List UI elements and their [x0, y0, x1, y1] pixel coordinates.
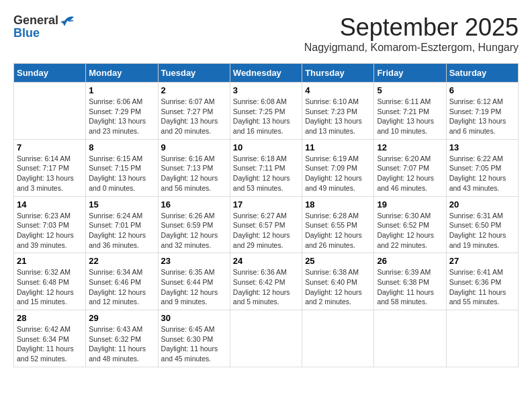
day-number: 10	[233, 142, 299, 152]
calendar-cell: 22Sunrise: 6:34 AMSunset: 6:46 PMDayligh…	[86, 253, 158, 310]
header-day-friday: Friday	[374, 64, 446, 83]
day-info: Sunrise: 6:20 AMSunset: 7:07 PMDaylight:…	[377, 154, 443, 193]
logo-blue-text: Blue	[13, 26, 40, 40]
day-info: Sunrise: 6:34 AMSunset: 6:46 PMDaylight:…	[89, 267, 154, 307]
calendar-cell: 17Sunrise: 6:27 AMSunset: 6:57 PMDayligh…	[230, 196, 302, 253]
calendar-cell: 2Sunrise: 6:07 AMSunset: 7:27 PMDaylight…	[158, 83, 230, 140]
day-number: 7	[17, 142, 83, 152]
header-day-saturday: Saturday	[446, 64, 518, 83]
month-title: September 2025	[304, 13, 519, 42]
day-number: 26	[377, 256, 443, 266]
day-number: 14	[17, 199, 83, 210]
day-number: 5	[377, 85, 443, 95]
calendar-cell	[302, 310, 374, 367]
calendar-cell	[14, 83, 86, 140]
calendar-cell: 10Sunrise: 6:18 AMSunset: 7:11 PMDayligh…	[230, 139, 302, 196]
header-day-wednesday: Wednesday	[230, 64, 302, 83]
week-row-5: 28Sunrise: 6:42 AMSunset: 6:34 PMDayligh…	[14, 310, 519, 367]
day-number: 15	[89, 199, 154, 210]
day-number: 18	[305, 199, 371, 210]
calendar-cell: 20Sunrise: 6:31 AMSunset: 6:50 PMDayligh…	[446, 196, 518, 253]
header-day-monday: Monday	[86, 64, 158, 83]
day-number: 17	[233, 199, 299, 210]
day-info: Sunrise: 6:12 AMSunset: 7:19 PMDaylight:…	[449, 97, 515, 136]
week-row-3: 14Sunrise: 6:23 AMSunset: 7:03 PMDayligh…	[14, 196, 519, 253]
day-info: Sunrise: 6:08 AMSunset: 7:25 PMDaylight:…	[233, 97, 299, 136]
calendar-cell: 7Sunrise: 6:14 AMSunset: 7:17 PMDaylight…	[14, 139, 86, 196]
day-info: Sunrise: 6:41 AMSunset: 6:36 PMDaylight:…	[449, 267, 515, 307]
week-row-4: 21Sunrise: 6:32 AMSunset: 6:48 PMDayligh…	[14, 253, 519, 310]
page-header: General Blue September 2025 Nagyigmand, …	[13, 13, 519, 60]
day-number: 3	[233, 85, 299, 95]
calendar-cell: 6Sunrise: 6:12 AMSunset: 7:19 PMDaylight…	[446, 83, 518, 140]
calendar-cell: 8Sunrise: 6:15 AMSunset: 7:15 PMDaylight…	[86, 139, 158, 196]
day-number: 24	[233, 256, 299, 266]
header-day-sunday: Sunday	[14, 64, 86, 83]
day-number: 27	[449, 256, 515, 266]
day-info: Sunrise: 6:14 AMSunset: 7:17 PMDaylight:…	[17, 154, 83, 193]
calendar-cell: 12Sunrise: 6:20 AMSunset: 7:07 PMDayligh…	[374, 139, 446, 196]
day-info: Sunrise: 6:45 AMSunset: 6:30 PMDaylight:…	[161, 324, 227, 364]
day-number: 4	[305, 85, 371, 95]
week-row-1: 1Sunrise: 6:06 AMSunset: 7:29 PMDaylight…	[14, 83, 519, 140]
header-day-tuesday: Tuesday	[158, 64, 230, 83]
day-number: 23	[161, 256, 227, 266]
day-number: 29	[89, 313, 154, 323]
day-info: Sunrise: 6:19 AMSunset: 7:09 PMDaylight:…	[305, 154, 371, 193]
calendar-cell: 19Sunrise: 6:30 AMSunset: 6:52 PMDayligh…	[374, 196, 446, 253]
day-number: 8	[89, 142, 154, 152]
day-info: Sunrise: 6:30 AMSunset: 6:52 PMDaylight:…	[377, 211, 443, 250]
calendar-cell: 24Sunrise: 6:36 AMSunset: 6:42 PMDayligh…	[230, 253, 302, 310]
day-number: 2	[161, 85, 227, 95]
calendar-cell: 18Sunrise: 6:28 AMSunset: 6:55 PMDayligh…	[302, 196, 374, 253]
day-info: Sunrise: 6:42 AMSunset: 6:34 PMDaylight:…	[17, 324, 83, 364]
day-info: Sunrise: 6:06 AMSunset: 7:29 PMDaylight:…	[89, 97, 154, 136]
calendar-cell: 11Sunrise: 6:19 AMSunset: 7:09 PMDayligh…	[302, 139, 374, 196]
day-number: 22	[89, 256, 154, 266]
day-info: Sunrise: 6:32 AMSunset: 6:48 PMDaylight:…	[17, 267, 83, 307]
day-info: Sunrise: 6:28 AMSunset: 6:55 PMDaylight:…	[305, 211, 371, 250]
calendar-cell: 25Sunrise: 6:38 AMSunset: 6:40 PMDayligh…	[302, 253, 374, 310]
day-number: 21	[17, 256, 83, 266]
calendar-cell: 28Sunrise: 6:42 AMSunset: 6:34 PMDayligh…	[14, 310, 86, 367]
day-number: 30	[161, 313, 227, 323]
logo-bird-icon	[59, 15, 74, 26]
day-number: 6	[449, 85, 515, 95]
logo: General Blue	[13, 13, 75, 40]
day-info: Sunrise: 6:22 AMSunset: 7:05 PMDaylight:…	[449, 154, 515, 193]
calendar-cell	[230, 310, 302, 367]
week-row-2: 7Sunrise: 6:14 AMSunset: 7:17 PMDaylight…	[14, 139, 519, 196]
day-info: Sunrise: 6:43 AMSunset: 6:32 PMDaylight:…	[89, 324, 154, 364]
day-info: Sunrise: 6:18 AMSunset: 7:11 PMDaylight:…	[233, 154, 299, 193]
title-block: September 2025 Nagyigmand, Komarom-Eszte…	[304, 13, 519, 60]
calendar-cell: 30Sunrise: 6:45 AMSunset: 6:30 PMDayligh…	[158, 310, 230, 367]
day-number: 12	[377, 142, 443, 152]
calendar-cell: 13Sunrise: 6:22 AMSunset: 7:05 PMDayligh…	[446, 139, 518, 196]
day-info: Sunrise: 6:36 AMSunset: 6:42 PMDaylight:…	[233, 267, 299, 307]
calendar-cell: 29Sunrise: 6:43 AMSunset: 6:32 PMDayligh…	[86, 310, 158, 367]
calendar-cell: 4Sunrise: 6:10 AMSunset: 7:23 PMDaylight…	[302, 83, 374, 140]
day-number: 13	[449, 142, 515, 152]
day-info: Sunrise: 6:24 AMSunset: 7:01 PMDaylight:…	[89, 211, 154, 250]
day-info: Sunrise: 6:07 AMSunset: 7:27 PMDaylight:…	[161, 97, 227, 136]
calendar-cell	[446, 310, 518, 367]
header-day-thursday: Thursday	[302, 64, 374, 83]
day-number: 16	[161, 199, 227, 210]
calendar-cell: 15Sunrise: 6:24 AMSunset: 7:01 PMDayligh…	[86, 196, 158, 253]
day-info: Sunrise: 6:38 AMSunset: 6:40 PMDaylight:…	[305, 267, 371, 307]
calendar-cell	[374, 310, 446, 367]
day-info: Sunrise: 6:31 AMSunset: 6:50 PMDaylight:…	[449, 211, 515, 250]
day-info: Sunrise: 6:39 AMSunset: 6:38 PMDaylight:…	[377, 267, 443, 307]
day-number: 9	[161, 142, 227, 152]
calendar-cell: 16Sunrise: 6:26 AMSunset: 6:59 PMDayligh…	[158, 196, 230, 253]
day-number: 28	[17, 313, 83, 323]
calendar-table: SundayMondayTuesdayWednesdayThursdayFrid…	[13, 63, 519, 367]
calendar-cell: 23Sunrise: 6:35 AMSunset: 6:44 PMDayligh…	[158, 253, 230, 310]
day-info: Sunrise: 6:10 AMSunset: 7:23 PMDaylight:…	[305, 97, 371, 136]
day-number: 19	[377, 199, 443, 210]
calendar-cell: 26Sunrise: 6:39 AMSunset: 6:38 PMDayligh…	[374, 253, 446, 310]
day-info: Sunrise: 6:15 AMSunset: 7:15 PMDaylight:…	[89, 154, 154, 193]
day-number: 20	[449, 199, 515, 210]
day-info: Sunrise: 6:23 AMSunset: 7:03 PMDaylight:…	[17, 211, 83, 250]
location-subtitle: Nagyigmand, Komarom-Esztergom, Hungary	[304, 42, 519, 54]
